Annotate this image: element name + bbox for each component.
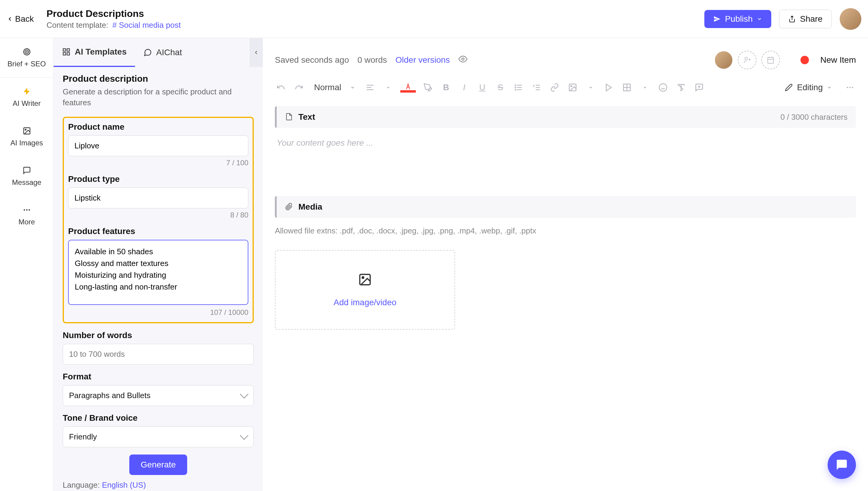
nav-ai-writer[interactable]: AI Writer <box>0 78 53 117</box>
back-label: Back <box>15 14 34 24</box>
editing-mode-select[interactable]: Editing <box>785 83 832 92</box>
section-title: Product description <box>63 74 254 84</box>
message-icon <box>22 166 32 175</box>
svg-point-8 <box>28 209 30 211</box>
text-editor-area[interactable]: Your content goes here ... <box>275 136 856 178</box>
attachment-icon <box>285 203 293 211</box>
template-tag-link[interactable]: Social media post <box>119 21 181 30</box>
text-color-button[interactable] <box>402 82 414 91</box>
title-block: Product Descriptions Content template: #… <box>46 8 704 30</box>
image-placeholder-icon <box>358 272 372 290</box>
image-icon <box>22 126 32 136</box>
publish-button[interactable]: Publish <box>704 10 771 28</box>
insert-image-button[interactable] <box>567 81 579 93</box>
format-select[interactable]: Paragraphs and Bullets <box>63 385 254 406</box>
svg-point-47 <box>852 87 853 88</box>
left-nav: Brief + SEO AI Writer AI Images Message … <box>0 38 54 491</box>
language-link[interactable]: English (US) <box>102 481 146 490</box>
svg-point-30 <box>515 89 516 90</box>
share-button[interactable]: Share <box>779 10 832 28</box>
svg-rect-12 <box>67 53 69 55</box>
link-button[interactable] <box>549 81 561 93</box>
media-block-header[interactable]: Media <box>275 196 856 218</box>
bold-button[interactable]: B <box>440 81 452 93</box>
underline-button[interactable]: U <box>476 81 488 93</box>
insert-image-chevron[interactable] <box>585 81 597 93</box>
svg-rect-10 <box>67 49 69 51</box>
undo-button[interactable] <box>275 81 287 93</box>
format-label: Format <box>63 372 254 381</box>
older-versions-link[interactable]: Older versions <box>396 55 450 65</box>
collapse-panel-button[interactable] <box>250 38 263 67</box>
language-line: Language: English (US) <box>63 481 254 490</box>
eye-icon[interactable] <box>458 55 467 66</box>
back-button[interactable]: Back <box>7 14 34 24</box>
bullet-list-button[interactable] <box>513 81 524 93</box>
word-count: 0 words <box>358 55 387 65</box>
insert-video-button[interactable] <box>603 81 615 93</box>
generate-button[interactable]: Generate <box>129 455 187 475</box>
editor-toolbar: Normal B I U S <box>275 81 856 93</box>
align-chevron[interactable] <box>382 81 394 93</box>
italic-button[interactable]: I <box>458 81 470 93</box>
insert-table-button[interactable] <box>621 81 633 93</box>
nav-ai-images[interactable]: AI Images <box>0 117 53 156</box>
section-description: Generate a description for a specific pr… <box>63 86 254 108</box>
share-icon <box>788 16 796 23</box>
saved-text: Saved seconds ago <box>275 55 349 65</box>
chat-launcher-button[interactable] <box>828 451 856 479</box>
strike-button[interactable]: S <box>494 81 506 93</box>
schedule-button[interactable] <box>761 51 780 69</box>
comment-button[interactable] <box>693 81 705 93</box>
numbered-list-button[interactable] <box>530 81 542 93</box>
nav-message[interactable]: Message <box>0 156 53 196</box>
product-type-count: 8 / 80 <box>68 211 248 219</box>
status-label[interactable]: New Item <box>820 55 856 65</box>
align-button[interactable] <box>364 81 376 93</box>
svg-point-7 <box>26 209 27 211</box>
bolt-icon <box>22 87 32 96</box>
tab-ai-chat[interactable]: AIChat <box>135 38 190 67</box>
more-toolbar-button[interactable] <box>844 81 856 93</box>
chevron-down-icon <box>350 85 355 90</box>
emoji-button[interactable] <box>657 81 669 93</box>
text-block-header[interactable]: Text 0 / 3000 characters <box>275 106 856 128</box>
svg-point-45 <box>847 87 848 88</box>
svg-point-3 <box>26 52 27 52</box>
user-avatar[interactable] <box>840 8 861 30</box>
add-collaborator-button[interactable] <box>738 51 756 69</box>
svg-point-6 <box>24 209 25 211</box>
svg-rect-17 <box>768 57 774 63</box>
media-hint: Allowed file extns: .pdf, .doc, .docx, .… <box>275 226 856 235</box>
numwords-input[interactable] <box>63 344 254 365</box>
page-subtitle: Content template: # Social media post <box>46 21 704 30</box>
clear-format-button[interactable] <box>675 81 687 93</box>
numwords-label: Number of words <box>63 330 254 340</box>
svg-point-40 <box>659 84 667 91</box>
nav-more[interactable]: More <box>0 196 53 235</box>
collaborator-avatar[interactable] <box>714 51 733 69</box>
redo-button[interactable] <box>293 81 305 93</box>
svg-point-35 <box>571 86 572 87</box>
more-icon <box>22 205 32 215</box>
nav-brief-seo[interactable]: Brief + SEO <box>0 38 53 78</box>
chat-icon <box>144 48 152 57</box>
nav-more-label: More <box>19 218 35 226</box>
media-block-label: Media <box>299 202 322 212</box>
highlight-button[interactable] <box>422 81 434 93</box>
tab-ai-templates[interactable]: AI Templates <box>54 38 135 67</box>
svg-point-13 <box>462 58 464 60</box>
product-type-label: Product type <box>68 174 248 184</box>
svg-point-49 <box>362 277 364 278</box>
product-type-input[interactable] <box>68 187 248 208</box>
product-name-input[interactable] <box>68 136 248 156</box>
paragraph-style-select[interactable]: Normal <box>311 83 358 92</box>
svg-point-5 <box>25 129 26 130</box>
insert-table-chevron[interactable] <box>639 81 651 93</box>
chevron-down-icon <box>757 16 762 22</box>
product-features-label: Product features <box>68 227 248 236</box>
product-features-textarea[interactable] <box>68 240 248 305</box>
media-dropzone[interactable]: Add image/video <box>275 250 455 330</box>
chevron-down-icon <box>827 85 832 90</box>
tone-select[interactable]: Friendly <box>63 427 254 447</box>
